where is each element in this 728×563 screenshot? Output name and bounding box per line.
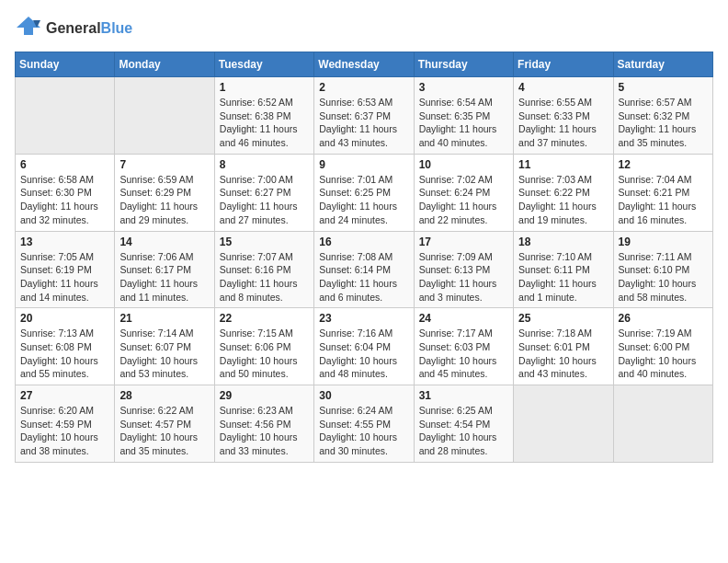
- day-cell: 7Sunrise: 6:59 AM Sunset: 6:29 PM Daylig…: [115, 154, 214, 231]
- page-header: GeneralBlue: [15, 15, 713, 42]
- day-cell: 3Sunrise: 6:54 AM Sunset: 6:35 PM Daylig…: [414, 77, 513, 155]
- day-info: Sunrise: 7:18 AM Sunset: 6:01 PM Dayligh…: [518, 327, 608, 381]
- day-cell: 31Sunrise: 6:25 AM Sunset: 4:54 PM Dayli…: [414, 385, 513, 463]
- day-number: 19: [619, 236, 708, 248]
- day-info: Sunrise: 7:01 AM Sunset: 6:25 PM Dayligh…: [319, 173, 408, 227]
- day-number: 21: [119, 312, 209, 325]
- day-info: Sunrise: 6:57 AM Sunset: 6:32 PM Dayligh…: [619, 96, 708, 150]
- day-number: 27: [20, 389, 109, 402]
- day-cell: [514, 385, 613, 463]
- day-info: Sunrise: 7:00 AM Sunset: 6:27 PM Dayligh…: [220, 173, 309, 227]
- day-cell: 30Sunrise: 6:24 AM Sunset: 4:55 PM Dayli…: [314, 385, 414, 463]
- day-cell: 4Sunrise: 6:55 AM Sunset: 6:33 PM Daylig…: [514, 77, 613, 155]
- header-day-wednesday: Wednesday: [314, 52, 414, 77]
- header-row: SundayMondayTuesdayWednesdayThursdayFrid…: [16, 52, 713, 77]
- week-row-1: 1Sunrise: 6:52 AM Sunset: 6:38 PM Daylig…: [16, 77, 713, 155]
- day-cell: 23Sunrise: 7:16 AM Sunset: 6:04 PM Dayli…: [314, 308, 414, 385]
- day-cell: 21Sunrise: 7:14 AM Sunset: 6:07 PM Dayli…: [115, 308, 214, 385]
- week-row-4: 20Sunrise: 7:13 AM Sunset: 6:08 PM Dayli…: [16, 308, 713, 385]
- day-info: Sunrise: 7:17 AM Sunset: 6:03 PM Dayligh…: [419, 327, 508, 381]
- week-row-5: 27Sunrise: 6:20 AM Sunset: 4:59 PM Dayli…: [16, 385, 713, 463]
- day-cell: 5Sunrise: 6:57 AM Sunset: 6:32 PM Daylig…: [613, 77, 712, 155]
- day-info: Sunrise: 7:05 AM Sunset: 6:19 PM Dayligh…: [20, 250, 109, 304]
- day-cell: 26Sunrise: 7:19 AM Sunset: 6:00 PM Dayli…: [613, 308, 712, 385]
- day-info: Sunrise: 6:25 AM Sunset: 4:54 PM Dayligh…: [419, 404, 508, 458]
- day-number: 5: [619, 81, 708, 94]
- day-number: 4: [518, 81, 608, 94]
- day-number: 13: [20, 236, 109, 248]
- week-row-2: 6Sunrise: 6:58 AM Sunset: 6:30 PM Daylig…: [16, 154, 713, 231]
- day-number: 9: [319, 158, 408, 171]
- day-cell: [16, 77, 115, 155]
- header-day-thursday: Thursday: [414, 52, 513, 77]
- day-number: 30: [319, 389, 408, 402]
- day-info: Sunrise: 7:09 AM Sunset: 6:13 PM Dayligh…: [419, 250, 508, 304]
- header-day-monday: Monday: [115, 52, 214, 77]
- day-number: 11: [518, 158, 608, 171]
- day-cell: [613, 385, 712, 463]
- day-info: Sunrise: 6:52 AM Sunset: 6:38 PM Dayligh…: [220, 96, 309, 150]
- day-number: 26: [619, 312, 708, 325]
- day-cell: 25Sunrise: 7:18 AM Sunset: 6:01 PM Dayli…: [514, 308, 613, 385]
- day-number: 31: [419, 389, 508, 402]
- day-info: Sunrise: 6:22 AM Sunset: 4:57 PM Dayligh…: [119, 404, 209, 458]
- day-number: 18: [518, 236, 608, 248]
- logo-bird-icon: [15, 15, 42, 42]
- day-info: Sunrise: 6:55 AM Sunset: 6:33 PM Dayligh…: [518, 96, 608, 150]
- day-cell: 6Sunrise: 6:58 AM Sunset: 6:30 PM Daylig…: [16, 154, 115, 231]
- day-info: Sunrise: 6:54 AM Sunset: 6:35 PM Dayligh…: [419, 96, 508, 150]
- day-cell: 8Sunrise: 7:00 AM Sunset: 6:27 PM Daylig…: [214, 154, 313, 231]
- day-cell: 18Sunrise: 7:10 AM Sunset: 6:11 PM Dayli…: [514, 231, 613, 308]
- day-info: Sunrise: 7:19 AM Sunset: 6:00 PM Dayligh…: [619, 327, 708, 381]
- day-cell: 22Sunrise: 7:15 AM Sunset: 6:06 PM Dayli…: [214, 308, 313, 385]
- day-cell: 15Sunrise: 7:07 AM Sunset: 6:16 PM Dayli…: [214, 231, 313, 308]
- day-number: 8: [220, 158, 309, 171]
- day-cell: 9Sunrise: 7:01 AM Sunset: 6:25 PM Daylig…: [314, 154, 414, 231]
- day-info: Sunrise: 7:15 AM Sunset: 6:06 PM Dayligh…: [220, 327, 309, 381]
- day-info: Sunrise: 7:14 AM Sunset: 6:07 PM Dayligh…: [119, 327, 209, 381]
- day-number: 12: [619, 158, 708, 171]
- day-cell: 12Sunrise: 7:04 AM Sunset: 6:21 PM Dayli…: [613, 154, 712, 231]
- day-number: 25: [518, 312, 608, 325]
- header-day-sunday: Sunday: [16, 52, 115, 77]
- day-info: Sunrise: 7:04 AM Sunset: 6:21 PM Dayligh…: [619, 173, 708, 227]
- day-number: 22: [220, 312, 309, 325]
- day-cell: 11Sunrise: 7:03 AM Sunset: 6:22 PM Dayli…: [514, 154, 613, 231]
- week-row-3: 13Sunrise: 7:05 AM Sunset: 6:19 PM Dayli…: [16, 231, 713, 308]
- day-info: Sunrise: 6:23 AM Sunset: 4:56 PM Dayligh…: [220, 404, 309, 458]
- day-info: Sunrise: 6:53 AM Sunset: 6:37 PM Dayligh…: [319, 96, 408, 150]
- header-day-tuesday: Tuesday: [214, 52, 313, 77]
- day-number: 2: [319, 81, 408, 94]
- day-cell: [115, 77, 214, 155]
- day-cell: 29Sunrise: 6:23 AM Sunset: 4:56 PM Dayli…: [214, 385, 313, 463]
- day-cell: 2Sunrise: 6:53 AM Sunset: 6:37 PM Daylig…: [314, 77, 414, 155]
- day-number: 1: [220, 81, 309, 94]
- day-number: 29: [220, 389, 309, 402]
- day-info: Sunrise: 6:20 AM Sunset: 4:59 PM Dayligh…: [20, 404, 109, 458]
- day-info: Sunrise: 7:07 AM Sunset: 6:16 PM Dayligh…: [220, 250, 309, 304]
- day-info: Sunrise: 7:06 AM Sunset: 6:17 PM Dayligh…: [119, 250, 209, 304]
- day-cell: 13Sunrise: 7:05 AM Sunset: 6:19 PM Dayli…: [16, 231, 115, 308]
- day-info: Sunrise: 7:13 AM Sunset: 6:08 PM Dayligh…: [20, 327, 109, 381]
- day-number: 23: [319, 312, 408, 325]
- header-day-saturday: Saturday: [613, 52, 712, 77]
- day-number: 6: [20, 158, 109, 171]
- day-number: 16: [319, 236, 408, 248]
- day-info: Sunrise: 7:10 AM Sunset: 6:11 PM Dayligh…: [518, 250, 608, 304]
- day-info: Sunrise: 6:24 AM Sunset: 4:55 PM Dayligh…: [319, 404, 408, 458]
- day-info: Sunrise: 7:11 AM Sunset: 6:10 PM Dayligh…: [619, 250, 708, 304]
- day-number: 20: [20, 312, 109, 325]
- day-number: 10: [419, 158, 508, 171]
- day-cell: 1Sunrise: 6:52 AM Sunset: 6:38 PM Daylig…: [214, 77, 313, 155]
- day-number: 15: [220, 236, 309, 248]
- day-info: Sunrise: 7:02 AM Sunset: 6:24 PM Dayligh…: [419, 173, 508, 227]
- day-cell: 28Sunrise: 6:22 AM Sunset: 4:57 PM Dayli…: [115, 385, 214, 463]
- day-cell: 16Sunrise: 7:08 AM Sunset: 6:14 PM Dayli…: [314, 231, 414, 308]
- logo-text: GeneralBlue: [46, 20, 132, 37]
- calendar-table: SundayMondayTuesdayWednesdayThursdayFrid…: [15, 52, 713, 463]
- day-cell: 14Sunrise: 7:06 AM Sunset: 6:17 PM Dayli…: [115, 231, 214, 308]
- header-day-friday: Friday: [514, 52, 613, 77]
- logo: GeneralBlue: [15, 15, 132, 42]
- day-number: 14: [119, 236, 209, 248]
- day-cell: 17Sunrise: 7:09 AM Sunset: 6:13 PM Dayli…: [414, 231, 513, 308]
